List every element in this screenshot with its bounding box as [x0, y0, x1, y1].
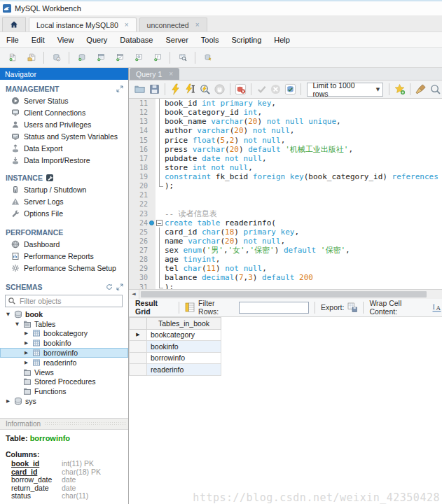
schema-tree-item-stored-procedures[interactable]: Stored Procedures: [0, 377, 128, 387]
new-sql-tab-button[interactable]: SQL: [4, 49, 21, 66]
row-selector[interactable]: [130, 352, 147, 364]
expand-arrow-icon[interactable]: ▶: [23, 330, 29, 336]
result-cell[interactable]: bookcategory: [147, 329, 221, 341]
nav-item-users-and-privileges[interactable]: Users and Privileges: [0, 118, 128, 130]
collapse-arrow-icon[interactable]: ▼: [5, 312, 11, 317]
wrap-cell-content-icon[interactable]: IA: [432, 302, 442, 312]
home-tab[interactable]: [2, 17, 26, 31]
open-file-button[interactable]: [133, 82, 146, 97]
expand-arrow-icon[interactable]: ▶: [23, 340, 29, 346]
result-row-bookinfo[interactable]: bookinfo: [130, 341, 221, 353]
connection-tab-unconnected[interactable]: unconnected ×: [139, 18, 207, 31]
menu-file[interactable]: File: [0, 36, 25, 44]
schema-tree-item-views[interactable]: Views: [0, 368, 128, 377]
columns-label: Columns:: [6, 450, 128, 458]
reconnect-button[interactable]: [199, 49, 216, 66]
schema-tree-item-bookinfo[interactable]: ▶bookinfo: [0, 338, 128, 348]
fold-margin: [156, 163, 165, 172]
column-info-row: statuschar(11): [0, 492, 128, 500]
filter-rows-input[interactable]: [239, 302, 309, 314]
export-icon[interactable]: [347, 302, 357, 312]
menu-query[interactable]: Query: [80, 36, 113, 44]
commit-button[interactable]: [255, 82, 268, 97]
connection-tab-local-instance[interactable]: Local instance MySQL80 ×: [29, 18, 137, 31]
close-query-tab-icon[interactable]: ×: [169, 70, 173, 78]
nav-item-data-export[interactable]: Data Export: [0, 142, 128, 154]
refresh-icon[interactable]: [106, 284, 113, 290]
stop-button[interactable]: [213, 82, 226, 97]
save-snippet-button[interactable]: [393, 82, 406, 97]
expand-arrow-icon[interactable]: ▶: [5, 398, 11, 404]
new-function-icon: ƒ: [153, 53, 162, 62]
open-sql-file-button[interactable]: SQL: [22, 49, 40, 66]
nav-item-startup-shutdown[interactable]: Startup / Shutdown: [0, 183, 128, 195]
nav-item-server-logs[interactable]: Server Logs: [0, 195, 128, 207]
new-view-button[interactable]: [111, 49, 128, 66]
table-inspector-button[interactable]: i: [48, 49, 65, 66]
nav-item-client-connections[interactable]: Client Connections: [0, 106, 128, 118]
execute-current-button[interactable]: [184, 82, 197, 97]
schema-tree-item-sys[interactable]: ▶sys: [0, 396, 128, 406]
expand-arrow-icon[interactable]: ▶: [23, 350, 29, 356]
query-tab[interactable]: Query 1 ×: [130, 68, 179, 80]
row-selector[interactable]: [130, 364, 147, 376]
expand-arrow-icon[interactable]: ▶: [23, 360, 29, 365]
explain-button[interactable]: [198, 82, 212, 97]
menu-tools[interactable]: Tools: [195, 36, 226, 44]
result-row-borrowinfo[interactable]: borrowinfo: [130, 352, 221, 364]
autocommit-button[interactable]: [284, 82, 297, 97]
menu-database[interactable]: Database: [113, 36, 159, 44]
result-grid-icon[interactable]: [185, 302, 195, 312]
menu-view[interactable]: View: [51, 36, 81, 44]
expand-icon[interactable]: [116, 284, 123, 290]
nav-item-performance-schema-setup[interactable]: Performance Schema Setup: [0, 262, 128, 274]
menu-edit[interactable]: Edit: [25, 36, 51, 44]
nav-item-dashboard[interactable]: Dashboard: [0, 238, 128, 250]
schema-tree-item-borrowinfo[interactable]: ▶borrowinfo: [0, 348, 128, 358]
schema-tree-item-book[interactable]: ▼book: [0, 309, 128, 319]
nav-item-status-and-system-variables[interactable]: Status and System Variables: [0, 130, 128, 142]
column-header-tables-in-book[interactable]: Tables_in_book: [147, 317, 221, 329]
sql-code-editor[interactable]: 11book_id int primary key,12book_categor…: [129, 99, 442, 289]
nav-item-data-import-restore[interactable]: Data Import/Restore: [0, 154, 128, 166]
search-data-button[interactable]: [174, 49, 191, 66]
nav-item-server-status[interactable]: Server Status: [0, 94, 128, 106]
result-cell[interactable]: borrowinfo: [147, 352, 221, 364]
nav-item-options-file[interactable]: Options File: [0, 207, 128, 219]
code-line: 24create table readerinfo(: [129, 218, 442, 227]
execute-button[interactable]: [169, 82, 182, 97]
schema-tree-item-functions[interactable]: Functions: [0, 386, 128, 396]
scroll-left-button[interactable]: ◄: [129, 290, 139, 299]
scrollbar-thumb[interactable]: [141, 291, 427, 298]
result-row-bookcategory[interactable]: ▶bookcategory: [130, 329, 221, 341]
beautify-button[interactable]: [414, 82, 427, 97]
schema-tree-item-bookcategory[interactable]: ▶bookcategory: [0, 329, 128, 339]
result-cell[interactable]: readerinfo: [147, 364, 221, 376]
schema-tree-item-tables[interactable]: ▼Tables: [0, 319, 128, 329]
result-cell[interactable]: bookinfo: [147, 341, 221, 353]
find-button[interactable]: [429, 82, 442, 97]
schema-tree-item-readerinfo[interactable]: ▶readerinfo: [0, 358, 128, 368]
menu-server[interactable]: Server: [159, 36, 194, 44]
result-row-readerinfo[interactable]: readerinfo: [130, 364, 221, 376]
limit-rows-dropdown[interactable]: Limit to 1000 rows▼: [307, 83, 383, 97]
close-tab-icon[interactable]: ×: [125, 21, 129, 29]
nav-item-performance-reports[interactable]: Performance Reports: [0, 250, 128, 262]
rollback-button[interactable]: [270, 82, 283, 97]
filter-objects-input[interactable]: [18, 296, 120, 306]
menu-scripting[interactable]: Scripting: [226, 36, 268, 44]
row-selector[interactable]: [130, 341, 147, 353]
new-table-button[interactable]: [92, 49, 109, 66]
menu-bar: FileEditViewQueryDatabaseServerToolsScri…: [0, 31, 442, 47]
menu-help[interactable]: Help: [268, 36, 296, 44]
close-tab-icon[interactable]: ×: [195, 21, 200, 29]
expand-icon[interactable]: [116, 85, 123, 92]
new-function-button[interactable]: ƒ: [149, 49, 166, 66]
new-procedure-button[interactable]: [130, 49, 147, 66]
new-schema-button[interactable]: [73, 49, 90, 66]
row-selector[interactable]: ▶: [130, 329, 147, 341]
collapse-arrow-icon[interactable]: ▼: [14, 321, 20, 327]
line-number: 25: [129, 227, 156, 237]
stop-on-error-button[interactable]: [234, 82, 247, 97]
save-button[interactable]: [148, 82, 161, 97]
